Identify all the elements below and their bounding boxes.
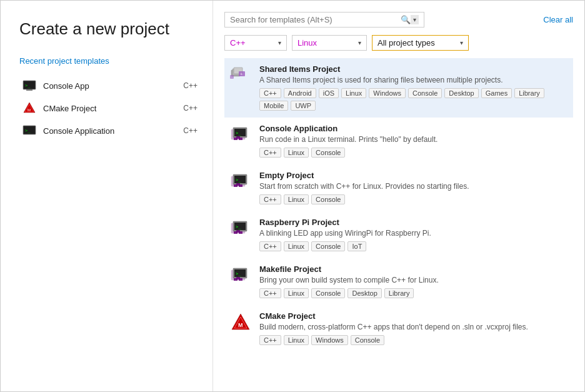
template-icon-shared-items: +	[229, 64, 252, 87]
tag: C++	[259, 88, 281, 98]
tag: C++	[259, 288, 281, 298]
recent-item-lang-cmake-project: C++	[183, 104, 198, 113]
tag: iOS	[319, 88, 339, 98]
project-type-filter-value: All project types	[378, 38, 435, 48]
template-icon-makefile-project: >_	[229, 264, 252, 287]
template-desc-raspberry-pi: A blinking LED app using WiringPi for Ra…	[259, 229, 568, 238]
svg-rect-29	[236, 183, 240, 186]
project-type-chevron-icon: ▾	[460, 39, 463, 46]
svg-text:>_: >_	[25, 83, 31, 88]
recent-item-cmake-project[interactable]: M CMake Project C++	[19, 97, 200, 119]
template-name-raspberry-pi: Raspberry Pi Project	[259, 218, 568, 227]
template-body-console-application: Console Application Run code in a Linux …	[259, 124, 568, 158]
svg-rect-15	[230, 75, 234, 79]
clear-all-button[interactable]: Clear all	[543, 15, 573, 24]
template-name-cmake-project: CMake Project	[259, 311, 568, 321]
template-body-raspberry-pi: Raspberry Pi Project A blinking LED app …	[259, 218, 568, 251]
tag-row-empty-project: C++LinuxConsole	[259, 194, 568, 204]
template-name-shared-items: Shared Items Project	[259, 64, 568, 74]
tag: Windows	[369, 88, 406, 98]
tag-row-raspberry-pi: C++LinuxConsoleIoT	[259, 241, 568, 251]
platform-filter[interactable]: Linux ▾	[292, 35, 367, 51]
tag: Desktop	[444, 88, 478, 98]
recent-item-console-application[interactable]: >_ Console Application C++	[19, 119, 200, 142]
recent-icon-cmake-project: M	[22, 101, 37, 116]
template-name-console-application: Console Application	[259, 124, 568, 133]
tag: Games	[481, 88, 512, 98]
template-desc-shared-items: A Shared Items project is used for shari…	[259, 76, 568, 84]
template-icon-empty-project: >_	[229, 171, 252, 193]
template-item-shared-items[interactable]: + Shared Items Project A Shared Items pr…	[224, 58, 573, 118]
page-title: Create a new project	[19, 19, 200, 39]
template-body-empty-project: Empty Project Start from scratch with C+…	[259, 171, 568, 204]
platform-chevron-icon: ▾	[358, 39, 361, 46]
tag: C++	[259, 335, 281, 345]
tag: Windows	[311, 335, 348, 345]
tag: Mobile	[259, 101, 288, 111]
recent-icon-console-application: >_	[22, 123, 37, 138]
recent-item-lang-console-application: C++	[183, 126, 198, 135]
tag: C++	[259, 194, 281, 204]
main-container: Create a new project Recent project temp…	[1, 1, 584, 391]
svg-text:>_: >_	[25, 128, 31, 133]
tag-row-cmake-project: C++LinuxWindowsConsole	[259, 335, 568, 345]
svg-text:>_: >_	[236, 131, 241, 136]
tag: C++	[259, 148, 281, 158]
tag-row-makefile-project: C++LinuxConsoleDesktopLibrary	[259, 288, 568, 298]
tag-row-shared-items: C++AndroidiOSLinuxWindowsConsoleDesktopG…	[259, 88, 568, 111]
svg-text:+: +	[240, 72, 242, 76]
tag: Library	[384, 288, 414, 298]
svg-text:M: M	[238, 322, 243, 328]
template-body-cmake-project: CMake Project Build modern, cross-platfo…	[259, 311, 568, 345]
recent-list: >_ Console App C++ M CMake Project C++ >…	[19, 74, 200, 142]
recent-item-console-app[interactable]: >_ Console App C++	[19, 74, 200, 97]
svg-text:>_: >_	[236, 271, 241, 276]
language-filter[interactable]: C++ ▾	[224, 35, 287, 51]
project-type-filter[interactable]: All project types ▾	[372, 35, 469, 51]
search-input[interactable]	[230, 15, 401, 24]
template-desc-empty-project: Start from scratch with C++ for Linux. P…	[259, 182, 568, 191]
tag: Library	[514, 88, 544, 98]
template-item-raspberry-pi[interactable]: >_ Raspberry Pi Project A blinking LED a…	[224, 211, 573, 258]
template-name-empty-project: Empty Project	[259, 171, 568, 180]
tag: Linux	[284, 194, 309, 204]
language-filter-value: C++	[230, 38, 246, 48]
search-box: 🔍 ▾	[224, 12, 424, 28]
template-item-makefile-project[interactable]: >_ Makefile Project Bring your own build…	[224, 258, 573, 305]
filter-row: C++ ▾ Linux ▾ All project types ▾	[224, 35, 573, 51]
search-dropdown-button[interactable]: ▾	[411, 15, 419, 24]
tag: Linux	[341, 88, 366, 98]
recent-item-name-cmake-project: CMake Project	[43, 104, 183, 113]
svg-rect-36	[236, 230, 240, 233]
search-icon: 🔍	[401, 15, 411, 24]
tag: C++	[259, 241, 281, 251]
tag: Linux	[284, 335, 309, 345]
tag: Console	[311, 148, 345, 158]
template-body-makefile-project: Makefile Project Bring your own build sy…	[259, 264, 568, 298]
tag-row-console-application: C++LinuxConsole	[259, 148, 568, 158]
template-desc-console-application: Run code in a Linux terminal. Prints "he…	[259, 135, 568, 144]
template-icon-cmake-project: M	[229, 311, 252, 334]
tag: UWP	[291, 101, 316, 111]
tag: Console	[408, 88, 442, 98]
template-item-empty-project[interactable]: >_ Empty Project Start from scratch with…	[224, 164, 573, 211]
tag: Linux	[284, 148, 309, 158]
template-item-console-application[interactable]: >_ Console Application Run code in a Lin…	[224, 118, 573, 164]
template-desc-cmake-project: Build modern, cross-platform C++ apps th…	[259, 323, 568, 331]
svg-text:M: M	[28, 108, 31, 112]
tag: IoT	[348, 241, 366, 251]
template-body-shared-items: Shared Items Project A Shared Items proj…	[259, 64, 568, 111]
recent-item-lang-console-app: C++	[183, 81, 198, 90]
tag: Linux	[284, 288, 309, 298]
template-list: + Shared Items Project A Shared Items pr…	[224, 58, 573, 391]
left-panel: Create a new project Recent project temp…	[1, 1, 213, 391]
tag: Android	[284, 88, 316, 98]
svg-text:>_: >_	[236, 224, 241, 229]
svg-text:>_: >_	[236, 178, 241, 183]
template-icon-console-application: >_	[229, 124, 252, 146]
svg-rect-3	[26, 89, 32, 91]
template-item-cmake-project[interactable]: M CMake Project Build modern, cross-plat…	[224, 305, 573, 352]
tag: Desktop	[348, 288, 381, 298]
language-chevron-icon: ▾	[278, 39, 281, 46]
template-icon-raspberry-pi: >_	[229, 218, 252, 240]
